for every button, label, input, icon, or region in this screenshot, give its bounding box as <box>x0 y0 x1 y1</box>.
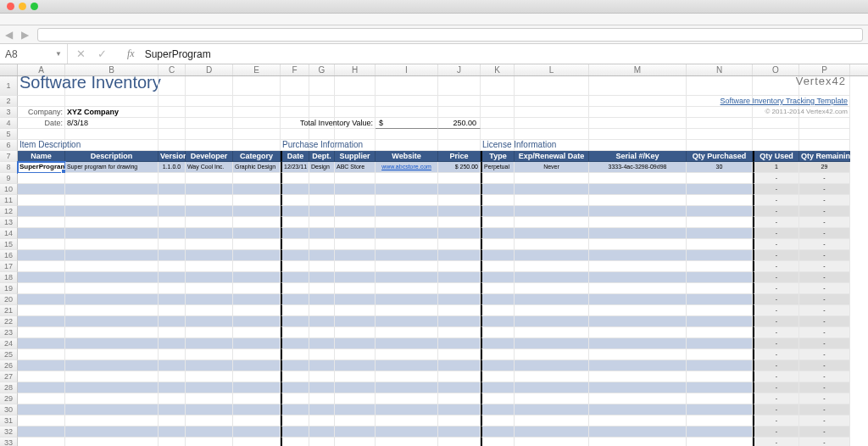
col-header-G[interactable]: G <box>309 64 335 75</box>
cell[interactable] <box>481 338 515 349</box>
cell[interactable] <box>687 217 753 228</box>
cell[interactable] <box>65 338 159 349</box>
cell[interactable] <box>18 250 65 261</box>
cell[interactable] <box>335 261 376 272</box>
cell[interactable] <box>515 96 589 107</box>
cell[interactable] <box>65 129 159 140</box>
cell[interactable] <box>65 96 159 107</box>
cell[interactable] <box>309 426 335 438</box>
cell[interactable] <box>309 195 335 206</box>
cell[interactable] <box>281 349 309 360</box>
cell[interactable] <box>309 206 335 217</box>
cell[interactable] <box>376 327 438 338</box>
cell[interactable] <box>186 250 233 261</box>
cell[interactable] <box>281 305 309 316</box>
cell[interactable] <box>233 96 281 107</box>
cell[interactable] <box>309 173 335 184</box>
cell[interactable] <box>687 239 753 250</box>
cell[interactable] <box>186 184 233 195</box>
cell[interactable] <box>589 438 687 446</box>
cell[interactable] <box>589 261 687 272</box>
cell[interactable] <box>159 140 186 151</box>
cell[interactable] <box>281 294 309 305</box>
cell[interactable] <box>515 404 589 415</box>
cell[interactable] <box>309 393 335 404</box>
cell[interactable]: - <box>799 393 850 404</box>
cell[interactable] <box>438 371 481 382</box>
cell[interactable]: - <box>753 426 799 438</box>
hdr-qtyu[interactable]: Qty Used <box>753 151 799 162</box>
cell[interactable] <box>799 118 850 129</box>
cell[interactable] <box>159 438 186 446</box>
cell[interactable] <box>335 294 376 305</box>
cell[interactable] <box>438 305 481 316</box>
cell[interactable] <box>159 272 186 283</box>
cell[interactable] <box>65 228 159 239</box>
section-license[interactable]: License Information <box>481 140 515 151</box>
cell[interactable] <box>376 294 438 305</box>
cell[interactable] <box>515 118 589 129</box>
cell[interactable] <box>309 415 335 426</box>
cell[interactable] <box>186 415 233 426</box>
row-header[interactable]: 9 <box>0 173 18 184</box>
cell[interactable] <box>18 261 65 272</box>
cell[interactable] <box>159 250 186 261</box>
cell[interactable] <box>481 360 515 371</box>
cell[interactable] <box>438 349 481 360</box>
cell[interactable] <box>515 206 589 217</box>
cell[interactable] <box>376 76 438 96</box>
cell[interactable] <box>438 129 481 140</box>
cell[interactable] <box>438 438 481 446</box>
cell[interactable] <box>281 338 309 349</box>
cell[interactable]: - <box>799 261 850 272</box>
cell[interactable] <box>65 250 159 261</box>
cell[interactable]: - <box>799 371 850 382</box>
cell[interactable] <box>515 228 589 239</box>
cell[interactable] <box>186 404 233 415</box>
cell[interactable] <box>481 415 515 426</box>
cell[interactable] <box>309 107 335 118</box>
row-header[interactable]: 18 <box>0 272 18 283</box>
cell[interactable] <box>159 173 186 184</box>
cell[interactable] <box>376 140 438 151</box>
row-header[interactable]: 29 <box>0 393 18 404</box>
cell[interactable] <box>376 305 438 316</box>
cell[interactable] <box>438 316 481 327</box>
cell-qtyr[interactable]: 29 <box>799 162 850 173</box>
cell[interactable] <box>18 96 65 107</box>
cell[interactable] <box>159 217 186 228</box>
address-bar[interactable] <box>37 28 863 42</box>
cell[interactable] <box>335 96 376 107</box>
cell[interactable] <box>233 261 281 272</box>
cell[interactable] <box>309 250 335 261</box>
cell[interactable] <box>281 415 309 426</box>
cell[interactable] <box>687 107 753 118</box>
row-header[interactable]: 23 <box>0 327 18 338</box>
cell[interactable] <box>589 360 687 371</box>
cell[interactable] <box>481 228 515 239</box>
cell[interactable] <box>589 327 687 338</box>
cell[interactable] <box>589 283 687 294</box>
cell[interactable] <box>159 305 186 316</box>
cell[interactable] <box>233 393 281 404</box>
cell[interactable] <box>281 382 309 393</box>
cell[interactable] <box>159 349 186 360</box>
cell[interactable] <box>65 140 159 151</box>
cell[interactable] <box>376 173 438 184</box>
cell[interactable] <box>753 140 799 151</box>
cell[interactable] <box>335 107 376 118</box>
row-header[interactable]: 20 <box>0 294 18 305</box>
cell[interactable] <box>481 76 515 96</box>
cell-qtyu[interactable]: 1 <box>753 162 799 173</box>
cell[interactable] <box>481 239 515 250</box>
cell[interactable] <box>186 338 233 349</box>
cell[interactable] <box>233 118 281 129</box>
cell[interactable] <box>335 393 376 404</box>
row-header[interactable]: 19 <box>0 283 18 294</box>
cell[interactable] <box>687 360 753 371</box>
cell[interactable] <box>687 173 753 184</box>
cell[interactable] <box>335 173 376 184</box>
cell[interactable] <box>687 305 753 316</box>
cell[interactable] <box>481 404 515 415</box>
cell[interactable] <box>515 382 589 393</box>
